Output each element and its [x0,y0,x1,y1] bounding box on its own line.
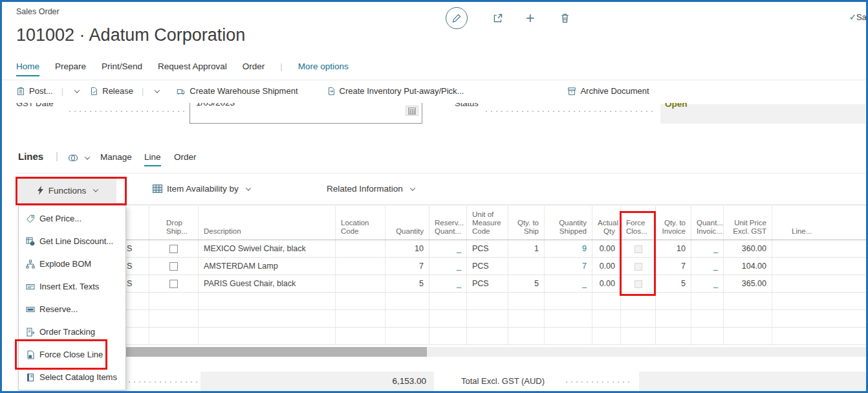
col-location-code[interactable]: Location Code [336,205,385,240]
col-quantity-invoiced[interactable]: Quant... Invoic... [691,205,724,240]
col-reserved-quantity[interactable]: Reserv... Quant... [429,205,467,240]
cell-qty-to-ship[interactable]: 1 [508,240,545,258]
cell-unit-price[interactable]: 365.00 [724,275,772,293]
cell-quantity-invoiced[interactable]: _ [691,275,724,293]
menu-item-insert-ext-texts[interactable]: Insert Ext. Texts [19,275,125,298]
share-icon[interactable] [492,12,504,24]
cell-uom[interactable]: PCS [467,240,508,258]
cell-qty-to-invoice[interactable]: 5 [656,275,691,293]
table-row-empty [125,310,868,328]
col-qty-to-invoice[interactable]: Qty. to Invoice [656,205,691,240]
col-unit-of-measure[interactable]: Unit of Measure Code [467,205,508,240]
force-closed-checkbox[interactable] [635,280,642,288]
cell-actual-qty[interactable]: 0.00 [592,258,621,275]
col-line[interactable]: Line... [772,205,868,240]
item-availability-button[interactable]: Item Availability by [153,184,250,194]
menu-item-force-close-line[interactable]: Force Close Line [19,343,125,366]
delete-icon[interactable] [559,12,571,24]
cell-line-amount[interactable] [772,258,868,275]
cell-uom[interactable]: PCS [467,275,508,293]
chevron-down-icon[interactable] [74,87,80,93]
tab-more-options[interactable]: More options [298,62,349,75]
cell-unit-price[interactable]: 104.00 [724,258,772,275]
cell-quantity[interactable]: 5 [385,275,429,293]
create-inventory-putaway-button[interactable]: Create Inventory Put-away/Pick... [327,86,464,96]
cell-item-no[interactable]: S [125,258,149,275]
lines-tab-order[interactable]: Order [174,152,197,162]
lines-tab-line[interactable]: Line [144,152,161,166]
cell-quantity-shipped[interactable]: 7 [545,258,592,275]
drop-ship-checkbox[interactable] [169,245,178,253]
archive-document-button[interactable]: Archive Document [567,86,649,96]
col-force-closed[interactable]: Force Clos... [621,205,656,240]
cell-description[interactable]: AMSTERDAM Lamp [199,258,336,275]
related-information-button[interactable]: Related Information [327,184,415,194]
cell-reserved-quantity[interactable]: _ [429,258,467,275]
grid-icon [153,185,162,193]
post-button[interactable]: Post...| [16,86,79,96]
new-icon[interactable]: + [526,10,537,21]
cell-description[interactable]: MEXICO Swivel Chair, black [199,240,336,258]
col-actual-qty[interactable]: Actual Qty [592,205,621,240]
cell-uom[interactable]: PCS [467,258,508,275]
tab-prepare[interactable]: Prepare [55,62,86,75]
cell-unit-price[interactable]: 360.00 [724,240,772,258]
cell-location-code[interactable] [336,240,385,258]
col-drop-ship[interactable]: Drop Ship... [149,205,199,240]
cell-item-no[interactable]: S [125,240,149,258]
tab-request-approval[interactable]: Request Approval [158,62,227,75]
menu-item-order-tracking[interactable]: Order Tracking [19,320,125,343]
drop-ship-checkbox[interactable] [169,280,178,288]
menu-item-get-price[interactable]: Get Price... [19,207,125,230]
cell-quantity-invoiced[interactable]: _ [691,258,724,275]
gst-date-input[interactable]: 1/05/2023 [190,103,422,124]
release-button[interactable]: Release| [89,86,159,96]
cell-quantity-shipped[interactable]: 9 [545,240,592,258]
chevron-down-icon[interactable] [155,87,160,93]
tab-print-send[interactable]: Print/Send [102,62,142,75]
menu-item-explode-bom[interactable]: Explode BOM [19,253,125,275]
menu-item-select-catalog-items[interactable]: Select Catalog Items [19,366,125,388]
cell-quantity-shipped[interactable]: _ [545,275,592,293]
cell-actual-qty[interactable]: 0.00 [592,275,621,293]
lines-tab-manage[interactable]: Manage [100,152,132,162]
menu-item-reserve[interactable]: Reserve... [19,298,125,320]
col-quantity[interactable]: Quantity [385,205,429,240]
cell-line-amount[interactable] [772,240,868,258]
divider [2,80,866,80]
cell-qty-to-invoice[interactable]: 10 [656,240,691,258]
force-closed-checkbox[interactable] [635,263,642,271]
col-description[interactable]: Description [199,205,336,240]
cell-quantity-invoiced[interactable]: _ [691,240,724,258]
cell-quantity[interactable]: 7 [385,258,429,275]
saved-indicator[interactable]: ✓Sa [849,12,867,22]
cell-qty-to-invoice[interactable]: 7 [656,258,691,275]
col-no[interactable] [125,205,149,240]
calendar-icon[interactable] [406,106,418,116]
cell-reserved-quantity[interactable]: _ [429,275,467,293]
functions-button[interactable]: Functions [18,178,116,203]
tab-home[interactable]: Home [16,62,39,76]
cell-qty-to-ship[interactable]: 5 [508,275,545,293]
col-quantity-shipped[interactable]: Quantity Shipped [545,205,592,240]
cell-quantity[interactable]: 10 [385,240,429,258]
horizontal-scrollbar[interactable] [125,347,866,357]
cell-qty-to-ship[interactable] [508,258,545,275]
col-unit-price[interactable]: Unit Price Excl. GST [724,205,772,240]
col-qty-to-ship[interactable]: Qty. to Ship [508,205,545,240]
cell-location-code[interactable] [336,275,385,293]
menu-item-get-line-discount[interactable]: Get Line Discount... [19,230,125,253]
scrollbar-thumb[interactable] [125,347,427,357]
tab-order[interactable]: Order [243,62,265,75]
cell-reserved-quantity[interactable]: _ [429,240,467,258]
edit-icon[interactable] [446,7,468,29]
drop-ship-checkbox[interactable] [169,262,178,271]
create-warehouse-shipment-button[interactable]: Create Warehouse Shipment [176,86,298,96]
cell-location-code[interactable] [336,258,385,275]
cell-description[interactable]: PARIS Guest Chair, black [199,275,336,293]
focus-mode-button[interactable] [67,153,89,163]
cell-line-amount[interactable] [772,275,868,293]
force-closed-checkbox[interactable] [635,245,642,253]
cell-item-no[interactable]: S [125,275,149,293]
cell-actual-qty[interactable]: 0.00 [592,240,621,258]
